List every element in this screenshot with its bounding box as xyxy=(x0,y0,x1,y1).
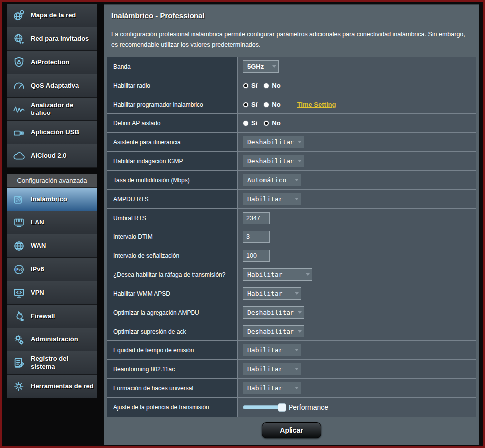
sidebar-item-aicloud[interactable]: AiCloud 2.0 xyxy=(7,144,97,168)
multicast-rate-select[interactable]: Automático xyxy=(243,174,301,186)
row-label: Banda xyxy=(107,57,238,76)
radio-no[interactable] xyxy=(263,83,269,89)
row-isolated-ap: Definir AP aislado Sí No xyxy=(107,114,476,133)
igmp-snooping-select[interactable]: Deshabilitar xyxy=(243,155,304,167)
page-title: Inalámbrico - Professional xyxy=(104,5,479,24)
row-enable-radio: Habilitar radio Sí No xyxy=(107,76,476,95)
row-label: Formación de haces universal xyxy=(107,379,238,397)
apply-area: Aplicar xyxy=(104,417,479,442)
chevron-down-icon xyxy=(295,179,299,181)
gauge-icon xyxy=(11,79,26,93)
sidebar-item-wan[interactable]: WAN xyxy=(7,234,97,258)
row-dtim-interval: Intervalo DTIM xyxy=(107,227,476,246)
cloud-icon xyxy=(11,149,26,163)
usb-icon xyxy=(11,126,26,139)
airtime-fairness-select[interactable]: Habilitar xyxy=(243,344,301,356)
sidebar-item-ipv6[interactable]: IPv6 IPv6 xyxy=(7,258,97,281)
row-tx-power: Ajuste de la potencia de transmisión Per… xyxy=(107,398,476,417)
sidebar-item-administration[interactable]: Administración xyxy=(7,328,97,351)
universal-beamforming-select[interactable]: Habilitar xyxy=(243,382,301,394)
row-label: Habilitar programador inalambrico xyxy=(107,95,238,113)
sidebar-item-lan[interactable]: LAN xyxy=(7,211,97,234)
wmm-apsd-select[interactable]: Habilitar xyxy=(243,287,301,300)
row-label: Intervalo DTIM xyxy=(107,227,238,246)
beamforming-select[interactable]: Habilitar xyxy=(243,363,301,375)
tx-power-slider[interactable] xyxy=(243,405,282,409)
row-rts-threshold: Umbral RTS xyxy=(107,209,476,227)
chevron-down-icon xyxy=(298,311,302,314)
row-label: Umbral RTS xyxy=(107,209,238,227)
row-roaming-assistant: Asistente para itinerancia Deshabilitar xyxy=(107,133,476,152)
ipv6-icon: IPv6 xyxy=(11,263,26,276)
dtim-interval-input[interactable] xyxy=(243,231,270,243)
network-map-icon xyxy=(11,9,26,22)
radio-yes[interactable] xyxy=(243,102,249,108)
time-setting-link[interactable]: Time Setting xyxy=(297,101,336,108)
sidebar-item-system-log[interactable]: Registro del sistema xyxy=(7,351,97,375)
chevron-down-icon xyxy=(295,198,299,200)
sidebar-item-wireless[interactable]: Inalámbrico xyxy=(7,188,97,211)
sidebar-item-label: AiCloud 2.0 xyxy=(31,152,67,160)
row-band: Banda 5GHz xyxy=(107,57,476,76)
row-label: Beamforming 802.11ac xyxy=(107,360,238,378)
row-ack-suppression: Optimizar supresión de ack Deshabilitar xyxy=(107,322,476,341)
row-label: Habilitar radio xyxy=(107,76,238,95)
apply-button[interactable]: Aplicar xyxy=(262,422,321,438)
sidebar-item-label: Firewall xyxy=(31,312,55,320)
row-label: Ajuste de la potencia de transmisión xyxy=(107,398,238,417)
sidebar-section-advanced: Configuración avanzada xyxy=(7,174,97,188)
traffic-analyzer-icon xyxy=(11,103,26,116)
sidebar-item-firewall[interactable]: Firewall xyxy=(7,305,97,328)
row-igmp-snooping: Habilitar indagación IGMP Deshabilitar xyxy=(107,152,476,171)
sidebar-item-label: Registro del sistema xyxy=(31,355,94,370)
sidebar-item-traffic-analyzer[interactable]: Analizador de tráfico xyxy=(7,98,97,121)
radio-yes[interactable] xyxy=(243,83,249,89)
sidebar-item-label: VPN xyxy=(31,289,44,297)
band-select[interactable]: 5GHz xyxy=(243,60,279,73)
row-label: Asistente para itinerancia xyxy=(107,133,238,151)
sidebar-item-network-tools[interactable]: Herramientas de red xyxy=(7,375,97,398)
sidebar-item-aiprotection[interactable]: AiProtection xyxy=(7,51,97,74)
sidebar-item-guest-network[interactable]: Red para invitados xyxy=(7,27,97,51)
sidebar-item-vpn[interactable]: VPN xyxy=(7,281,97,305)
sidebar-item-label: Herramientas de red xyxy=(31,382,94,390)
radio-no[interactable] xyxy=(263,120,269,126)
row-ampdu-rts: AMPDU RTS Habilitar xyxy=(107,190,476,209)
beacon-interval-input[interactable] xyxy=(243,250,270,262)
row-label: Habilitar WMM APSD xyxy=(107,284,238,303)
shield-icon xyxy=(11,56,26,69)
ack-suppression-select[interactable]: Deshabilitar xyxy=(243,325,304,337)
row-label: Equidad de tiempo de emisión xyxy=(107,341,238,359)
chevron-down-icon xyxy=(298,330,302,333)
row-airtime-fairness: Equidad de tiempo de emisión Habilitar xyxy=(107,341,476,360)
row-universal-beamforming: Formación de haces universal Habilitar xyxy=(107,379,476,398)
row-label: Optimizar supresión de ack xyxy=(107,322,238,340)
rts-threshold-input[interactable] xyxy=(243,212,270,224)
vpn-icon xyxy=(11,286,26,300)
chevron-down-icon xyxy=(295,349,299,351)
sidebar-item-network-map[interactable]: Mapa de la red xyxy=(7,4,97,27)
row-wireless-scheduler: Habilitar programador inalambrico Sí No … xyxy=(107,95,476,114)
sidebar-item-usb-app[interactable]: Aplicación USB xyxy=(7,121,97,144)
ampdu-rts-select[interactable]: Habilitar xyxy=(243,193,301,205)
row-label: Optimizar la agregación AMPDU xyxy=(107,303,238,322)
wireless-icon xyxy=(11,193,26,206)
admin-icon xyxy=(11,333,26,346)
chevron-down-icon xyxy=(295,292,299,295)
radio-no[interactable] xyxy=(263,102,269,108)
guest-network-icon xyxy=(11,32,26,46)
sidebar-item-label: AiProtection xyxy=(31,58,69,66)
row-beacon-interval: Intervalo de señalización xyxy=(107,246,476,265)
ampdu-aggregation-select[interactable]: Deshabilitar xyxy=(243,306,304,319)
radio-yes[interactable] xyxy=(243,120,249,126)
row-ampdu-aggregation: Optimizar la agregación AMPDU Deshabilit… xyxy=(107,303,476,322)
lan-icon xyxy=(11,216,26,229)
tx-burst-select[interactable]: Habilitar xyxy=(243,268,312,281)
roaming-assistant-select[interactable]: Deshabilitar xyxy=(243,136,304,148)
sidebar-item-label: IPv6 xyxy=(31,265,44,273)
sidebar-item-qos[interactable]: QoS Adaptativa xyxy=(7,74,97,98)
sidebar-item-label: Red para invitados xyxy=(31,35,89,43)
tx-power-slider-handle[interactable] xyxy=(278,403,286,412)
row-label: Intervalo de señalización xyxy=(107,246,238,265)
sidebar-item-label: Inalámbrico xyxy=(31,195,67,203)
